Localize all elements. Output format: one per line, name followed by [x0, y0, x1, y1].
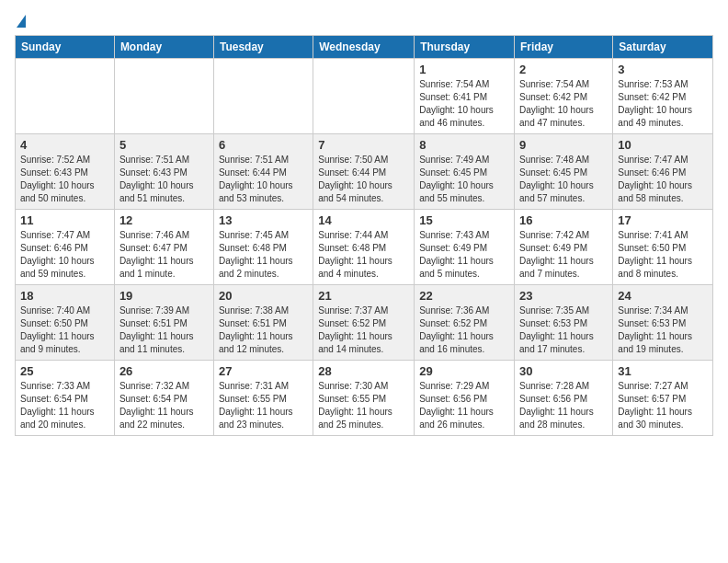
day-info: Sunrise: 7:51 AM Sunset: 6:43 PM Dayligh… [119, 154, 209, 205]
day-info: Sunrise: 7:38 AM Sunset: 6:51 PM Dayligh… [219, 304, 308, 356]
calendar-cell: 28Sunrise: 7:30 AM Sunset: 6:55 PM Dayli… [313, 361, 415, 436]
day-info: Sunrise: 7:53 AM Sunset: 6:42 PM Dayligh… [618, 78, 708, 130]
calendar-week-4: 18Sunrise: 7:40 AM Sunset: 6:50 PM Dayli… [16, 285, 713, 361]
day-info: Sunrise: 7:47 AM Sunset: 6:46 PM Dayligh… [20, 229, 109, 281]
day-number: 14 [318, 213, 409, 227]
calendar-cell: 17Sunrise: 7:41 AM Sunset: 6:50 PM Dayli… [613, 210, 713, 285]
day-number: 17 [618, 213, 708, 227]
day-number: 20 [219, 289, 308, 303]
calendar-cell: 31Sunrise: 7:27 AM Sunset: 6:57 PM Dayli… [613, 361, 713, 436]
day-number: 2 [519, 63, 608, 76]
calendar-cell: 25Sunrise: 7:33 AM Sunset: 6:54 PM Dayli… [16, 361, 115, 436]
day-info: Sunrise: 7:47 AM Sunset: 6:46 PM Dayligh… [618, 154, 708, 205]
day-info: Sunrise: 7:32 AM Sunset: 6:54 PM Dayligh… [119, 380, 209, 431]
day-number: 23 [519, 289, 608, 303]
day-info: Sunrise: 7:28 AM Sunset: 6:56 PM Dayligh… [519, 380, 608, 431]
day-number: 6 [219, 138, 308, 152]
day-number: 9 [519, 138, 608, 152]
calendar-cell: 5Sunrise: 7:51 AM Sunset: 6:43 PM Daylig… [114, 134, 213, 210]
day-number: 19 [119, 289, 209, 303]
day-number: 21 [318, 289, 409, 303]
calendar-cell: 29Sunrise: 7:29 AM Sunset: 6:56 PM Dayli… [415, 361, 515, 436]
day-info: Sunrise: 7:54 AM Sunset: 6:42 PM Dayligh… [519, 78, 608, 130]
day-number: 13 [219, 213, 308, 227]
calendar-cell: 16Sunrise: 7:42 AM Sunset: 6:49 PM Dayli… [515, 210, 613, 285]
day-number: 25 [20, 364, 109, 378]
calendar-cell: 27Sunrise: 7:31 AM Sunset: 6:55 PM Dayli… [213, 361, 313, 436]
calendar-cell: 15Sunrise: 7:43 AM Sunset: 6:49 PM Dayli… [415, 210, 515, 285]
calendar-cell: 12Sunrise: 7:46 AM Sunset: 6:47 PM Dayli… [114, 210, 213, 285]
day-number: 12 [119, 213, 209, 227]
calendar-cell [313, 59, 415, 134]
calendar-cell: 9Sunrise: 7:48 AM Sunset: 6:45 PM Daylig… [515, 134, 613, 210]
logo-triangle-icon [17, 15, 26, 28]
weekday-header-saturday: Saturday [613, 36, 713, 59]
day-info: Sunrise: 7:50 AM Sunset: 6:44 PM Dayligh… [318, 154, 409, 205]
day-number: 30 [519, 364, 608, 378]
calendar-cell: 8Sunrise: 7:49 AM Sunset: 6:45 PM Daylig… [415, 134, 515, 210]
day-number: 4 [20, 138, 109, 152]
day-info: Sunrise: 7:41 AM Sunset: 6:50 PM Dayligh… [618, 229, 708, 281]
day-info: Sunrise: 7:37 AM Sunset: 6:52 PM Dayligh… [318, 304, 409, 356]
logo [15, 15, 26, 28]
calendar-cell: 19Sunrise: 7:39 AM Sunset: 6:51 PM Dayli… [114, 285, 213, 361]
day-info: Sunrise: 7:43 AM Sunset: 6:49 PM Dayligh… [419, 229, 509, 281]
day-info: Sunrise: 7:30 AM Sunset: 6:55 PM Dayligh… [318, 380, 409, 431]
calendar-cell: 1Sunrise: 7:54 AM Sunset: 6:41 PM Daylig… [415, 59, 515, 134]
day-number: 26 [119, 364, 209, 378]
day-info: Sunrise: 7:49 AM Sunset: 6:45 PM Dayligh… [419, 154, 509, 205]
calendar-cell [114, 59, 213, 134]
day-info: Sunrise: 7:27 AM Sunset: 6:57 PM Dayligh… [618, 380, 708, 431]
day-info: Sunrise: 7:45 AM Sunset: 6:48 PM Dayligh… [219, 229, 308, 281]
calendar-cell: 20Sunrise: 7:38 AM Sunset: 6:51 PM Dayli… [213, 285, 313, 361]
weekday-header-tuesday: Tuesday [213, 36, 313, 59]
weekday-header-sunday: Sunday [16, 36, 115, 59]
day-info: Sunrise: 7:42 AM Sunset: 6:49 PM Dayligh… [519, 229, 608, 281]
day-number: 24 [618, 289, 708, 303]
calendar-cell [16, 59, 115, 134]
day-number: 31 [618, 364, 708, 378]
calendar-cell: 11Sunrise: 7:47 AM Sunset: 6:46 PM Dayli… [16, 210, 115, 285]
calendar-week-5: 25Sunrise: 7:33 AM Sunset: 6:54 PM Dayli… [16, 361, 713, 436]
day-info: Sunrise: 7:36 AM Sunset: 6:52 PM Dayligh… [419, 304, 509, 356]
day-number: 7 [318, 138, 409, 152]
calendar-header-row: SundayMondayTuesdayWednesdayThursdayFrid… [16, 36, 713, 59]
calendar-week-3: 11Sunrise: 7:47 AM Sunset: 6:46 PM Dayli… [16, 210, 713, 285]
calendar-cell: 6Sunrise: 7:51 AM Sunset: 6:44 PM Daylig… [213, 134, 313, 210]
calendar-cell: 21Sunrise: 7:37 AM Sunset: 6:52 PM Dayli… [313, 285, 415, 361]
day-info: Sunrise: 7:31 AM Sunset: 6:55 PM Dayligh… [219, 380, 308, 431]
calendar-cell: 4Sunrise: 7:52 AM Sunset: 6:43 PM Daylig… [16, 134, 115, 210]
day-number: 5 [119, 138, 209, 152]
calendar-cell: 2Sunrise: 7:54 AM Sunset: 6:42 PM Daylig… [515, 59, 613, 134]
weekday-header-wednesday: Wednesday [313, 36, 415, 59]
page-header [15, 15, 713, 28]
day-number: 10 [618, 138, 708, 152]
day-info: Sunrise: 7:46 AM Sunset: 6:47 PM Dayligh… [119, 229, 209, 281]
weekday-header-friday: Friday [515, 36, 613, 59]
calendar-table: SundayMondayTuesdayWednesdayThursdayFrid… [15, 35, 713, 436]
day-number: 1 [419, 63, 509, 76]
day-info: Sunrise: 7:48 AM Sunset: 6:45 PM Dayligh… [519, 154, 608, 205]
calendar-cell: 10Sunrise: 7:47 AM Sunset: 6:46 PM Dayli… [613, 134, 713, 210]
calendar-cell: 14Sunrise: 7:44 AM Sunset: 6:48 PM Dayli… [313, 210, 415, 285]
day-info: Sunrise: 7:39 AM Sunset: 6:51 PM Dayligh… [119, 304, 209, 356]
day-number: 3 [618, 63, 708, 76]
day-number: 16 [519, 213, 608, 227]
calendar-cell: 26Sunrise: 7:32 AM Sunset: 6:54 PM Dayli… [114, 361, 213, 436]
day-info: Sunrise: 7:29 AM Sunset: 6:56 PM Dayligh… [419, 380, 509, 431]
weekday-header-thursday: Thursday [415, 36, 515, 59]
calendar-week-1: 1Sunrise: 7:54 AM Sunset: 6:41 PM Daylig… [16, 59, 713, 134]
day-info: Sunrise: 7:40 AM Sunset: 6:50 PM Dayligh… [20, 304, 109, 356]
calendar-cell: 30Sunrise: 7:28 AM Sunset: 6:56 PM Dayli… [515, 361, 613, 436]
day-number: 15 [419, 213, 509, 227]
calendar-cell: 23Sunrise: 7:35 AM Sunset: 6:53 PM Dayli… [515, 285, 613, 361]
day-info: Sunrise: 7:35 AM Sunset: 6:53 PM Dayligh… [519, 304, 608, 356]
day-info: Sunrise: 7:51 AM Sunset: 6:44 PM Dayligh… [219, 154, 308, 205]
day-info: Sunrise: 7:34 AM Sunset: 6:53 PM Dayligh… [618, 304, 708, 356]
weekday-header-monday: Monday [114, 36, 213, 59]
day-info: Sunrise: 7:33 AM Sunset: 6:54 PM Dayligh… [20, 380, 109, 431]
day-info: Sunrise: 7:52 AM Sunset: 6:43 PM Dayligh… [20, 154, 109, 205]
day-info: Sunrise: 7:54 AM Sunset: 6:41 PM Dayligh… [419, 78, 509, 130]
day-number: 11 [20, 213, 109, 227]
calendar-cell: 24Sunrise: 7:34 AM Sunset: 6:53 PM Dayli… [613, 285, 713, 361]
